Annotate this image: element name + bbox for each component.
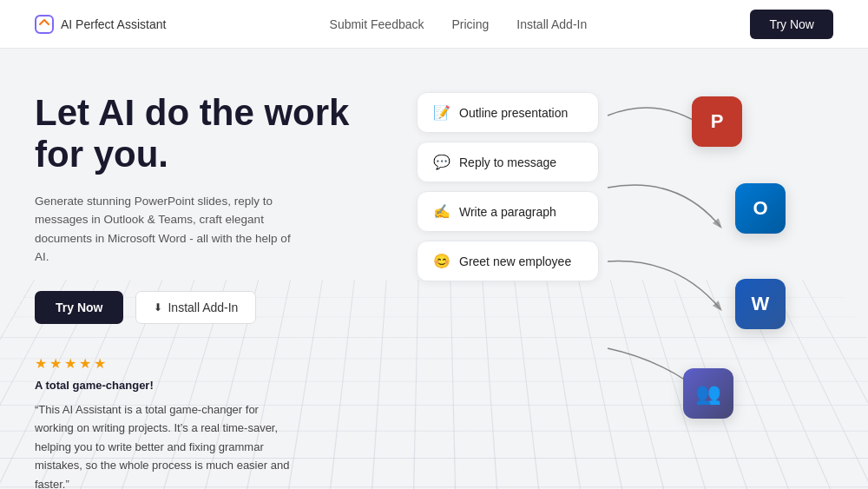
write-icon: ✍️ <box>433 203 450 220</box>
teams-icon: 👥 <box>683 368 733 419</box>
star-5: ★ <box>94 355 106 372</box>
main-content: Let AI do the work for you. Generate stu… <box>0 49 868 489</box>
reply-icon: 💬 <box>433 154 450 170</box>
try-now-button[interactable]: Try Now <box>35 291 123 324</box>
nav-try-now-button[interactable]: Try Now <box>750 10 833 39</box>
logo: AI Perfect Assistant <box>35 15 166 34</box>
word-icon: W <box>735 279 786 329</box>
nav-install-add-in[interactable]: Install Add-In <box>516 17 587 31</box>
hero-subtitle: Generate stunning PowerPoint slides, rep… <box>35 192 304 267</box>
prompt-card-write[interactable]: ✍️ Write a paragraph <box>417 191 599 232</box>
testimonial-heading: A total game-changer! <box>35 379 399 392</box>
hero-title: Let AI do the work for you. <box>35 92 399 176</box>
star-rating: ★ ★ ★ ★ ★ <box>35 355 399 372</box>
download-icon: ⬇ <box>154 301 162 314</box>
star-2: ★ <box>49 355 62 372</box>
outlook-icon: O <box>735 183 786 234</box>
star-4: ★ <box>79 355 91 372</box>
nav-pricing[interactable]: Pricing <box>452 17 490 31</box>
powerpoint-icon: P <box>692 96 742 147</box>
greet-icon: 😊 <box>433 253 450 269</box>
cta-buttons: Try Now ⬇ Install Add-In <box>35 291 399 324</box>
demo-section: 📝 Outline presentation 💬 Reply to messag… <box>399 92 833 483</box>
outline-icon: 📝 <box>433 104 450 121</box>
navbar: AI Perfect Assistant Submit Feedback Pri… <box>0 0 868 49</box>
prompt-card-greet[interactable]: 😊 Greet new employee <box>417 241 599 281</box>
star-1: ★ <box>35 355 47 372</box>
prompt-card-reply[interactable]: 💬 Reply to message <box>417 142 599 182</box>
svg-rect-0 <box>36 16 53 33</box>
logo-text: AI Perfect Assistant <box>61 17 166 31</box>
testimonial-text: “This AI Assistant is a total game-chang… <box>35 400 295 489</box>
install-add-in-button[interactable]: ⬇ Install Add-In <box>135 291 256 324</box>
star-3: ★ <box>64 355 76 372</box>
prompt-cards: 📝 Outline presentation 💬 Reply to messag… <box>417 92 599 281</box>
prompt-card-outline[interactable]: 📝 Outline presentation <box>417 92 599 133</box>
nav-submit-feedback[interactable]: Submit Feedback <box>330 17 424 31</box>
hero-section: Let AI do the work for you. Generate stu… <box>35 92 399 489</box>
nav-links: Submit Feedback Pricing Install Add-In <box>330 17 588 31</box>
logo-icon <box>35 15 54 34</box>
